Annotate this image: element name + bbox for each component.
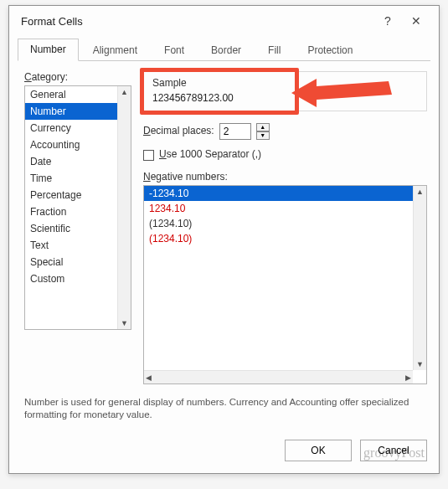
negative-number-item[interactable]: (1234.10) — [144, 216, 413, 231]
scroll-right-icon[interactable]: ▶ — [405, 373, 411, 382]
scrollbar-horizontal[interactable]: ◀ ▶ — [144, 370, 413, 383]
titlebar[interactable]: Format Cells ? ✕ — [9, 6, 439, 36]
scroll-left-icon[interactable]: ◀ — [146, 373, 152, 382]
dialog-buttons: OK Cancel — [9, 433, 439, 473]
category-item[interactable]: Time — [25, 170, 131, 187]
tab-protection[interactable]: Protection — [295, 39, 365, 61]
scrollbar-vertical[interactable]: ▲ ▼ — [117, 86, 131, 329]
scroll-up-icon[interactable]: ▲ — [121, 88, 128, 96]
tab-border[interactable]: Border — [198, 39, 254, 61]
category-item[interactable]: Accounting — [25, 136, 131, 153]
category-item[interactable]: Text — [25, 237, 131, 254]
tab-strip: Number Alignment Font Border Fill Protec… — [18, 39, 430, 61]
help-button[interactable]: ? — [373, 14, 402, 28]
negative-numbers-listbox[interactable]: -1234.101234.10(1234.10)(1234.10) ▲ ▼ ◀ … — [143, 185, 427, 384]
category-item[interactable]: Special — [25, 254, 131, 270]
category-item[interactable]: Percentage — [25, 187, 131, 203]
category-item[interactable]: Fraction — [25, 203, 131, 220]
thousands-separator-label[interactable]: Use 1000 Separator (,) — [159, 148, 261, 160]
category-item[interactable]: Scientific — [25, 220, 131, 237]
sample-box: Sample 123456789123.00 — [143, 71, 427, 111]
tab-font[interactable]: Font — [152, 39, 197, 61]
decimal-places-label: Decimal places: — [143, 125, 214, 136]
spinner-up-icon[interactable]: ▲ — [256, 123, 270, 131]
decimal-places-row: Decimal places: ▲ ▼ — [143, 123, 427, 140]
negative-number-item[interactable]: (1234.10) — [144, 231, 413, 246]
category-item[interactable]: General — [25, 86, 131, 103]
annotation-highlight — [140, 68, 299, 115]
tab-alignment[interactable]: Alignment — [80, 39, 150, 61]
scroll-up-icon[interactable]: ▲ — [416, 188, 424, 196]
close-button[interactable]: ✕ — [402, 14, 430, 28]
format-description: Number is used for general display of nu… — [9, 391, 439, 433]
thousands-separator-checkbox[interactable] — [143, 150, 154, 161]
format-cells-dialog: Format Cells ? ✕ Number Alignment Font B… — [8, 5, 440, 474]
negative-number-item[interactable]: 1234.10 — [144, 201, 413, 216]
scroll-down-icon[interactable]: ▼ — [416, 360, 424, 368]
spinner-down-icon[interactable]: ▼ — [256, 131, 270, 140]
sample-label: Sample — [152, 77, 418, 89]
tab-content: Category: GeneralNumberCurrencyAccountin… — [9, 61, 439, 391]
decimal-places-input[interactable] — [219, 123, 251, 140]
category-item[interactable]: Date — [25, 153, 131, 170]
decimal-spinner[interactable]: ▲ ▼ — [256, 123, 270, 140]
scrollbar-vertical[interactable]: ▲ ▼ — [413, 186, 426, 370]
category-label: Category: — [24, 71, 131, 83]
negative-number-item[interactable]: -1234.10 — [144, 186, 413, 201]
category-item[interactable]: Number — [25, 103, 131, 120]
category-item[interactable]: Custom — [25, 270, 131, 287]
negative-numbers-label: Negative numbers: — [143, 171, 427, 183]
category-column: Category: GeneralNumberCurrencyAccountin… — [24, 71, 131, 384]
sample-value: 123456789123.00 — [152, 92, 418, 104]
dialog-title: Format Cells — [21, 15, 373, 28]
category-item[interactable]: Currency — [25, 120, 131, 136]
category-listbox[interactable]: GeneralNumberCurrencyAccountingDateTimeP… — [24, 85, 131, 330]
tab-number[interactable]: Number — [18, 39, 79, 61]
ok-button[interactable]: OK — [285, 440, 352, 461]
cancel-button[interactable]: Cancel — [360, 440, 427, 461]
scroll-down-icon[interactable]: ▼ — [121, 319, 128, 327]
options-column: Sample 123456789123.00 Decimal places: ▲… — [143, 71, 427, 384]
tab-fill[interactable]: Fill — [255, 39, 293, 61]
separator-row: Use 1000 Separator (,) — [143, 148, 427, 162]
